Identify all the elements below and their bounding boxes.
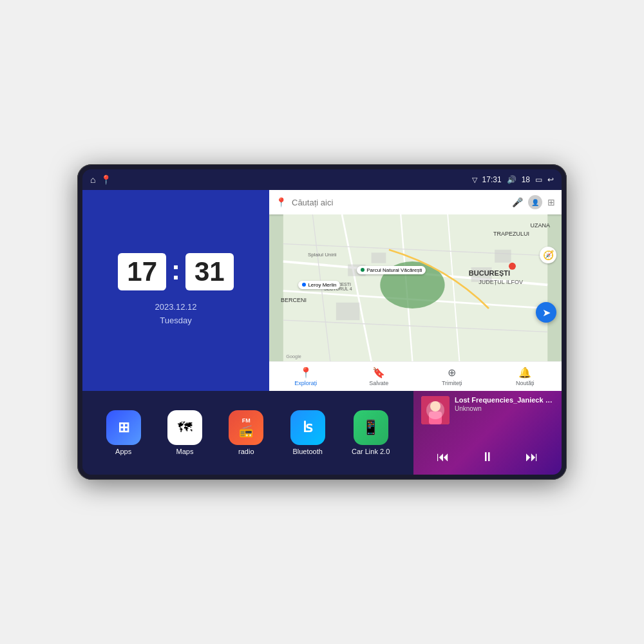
map-bottom-nav: 📍 Explorați 🔖 Salvate ⊕ Trimiteți 🔔 bbox=[269, 361, 562, 391]
music-thumbnail bbox=[421, 396, 450, 424]
map-nav-news[interactable]: 🔔 Noutăți bbox=[489, 366, 562, 386]
clock-separator: : bbox=[171, 255, 180, 286]
clock-display: 17 : 31 bbox=[118, 253, 233, 290]
apps-row: ⊞ Apps 🗺 Maps FM 📻 bbox=[82, 391, 413, 475]
send-icon: ⊕ bbox=[448, 366, 456, 379]
music-info: Lost Frequencies_Janieck Devy-... Unknow… bbox=[421, 396, 554, 424]
svg-point-18 bbox=[430, 401, 440, 412]
music-panel: Lost Frequencies_Janieck Devy-... Unknow… bbox=[413, 391, 562, 475]
top-section: 17 : 31 2023.12.12 Tuesday 📍 🎤 bbox=[82, 190, 562, 391]
svg-rect-13 bbox=[495, 250, 511, 263]
music-artist: Unknown bbox=[455, 405, 554, 412]
app-item-radio[interactable]: FM 📻 radio bbox=[229, 410, 263, 455]
status-right: ▽ 17:31 🔊 18 ▭ ↩ bbox=[472, 175, 554, 184]
map-search-input[interactable] bbox=[292, 198, 507, 207]
svg-rect-11 bbox=[372, 252, 386, 263]
map-nav-send[interactable]: ⊕ Trimiteți bbox=[415, 366, 489, 386]
app-item-bluetooth[interactable]: ʪ Bluetooth bbox=[290, 410, 325, 455]
home-icon[interactable]: ⌂ bbox=[90, 175, 95, 185]
svg-point-15 bbox=[509, 263, 516, 270]
music-title: Lost Frequencies_Janieck Devy-... bbox=[455, 396, 554, 404]
svg-rect-19 bbox=[429, 412, 442, 424]
back-icon[interactable]: ↩ bbox=[547, 175, 554, 184]
svg-rect-14 bbox=[336, 303, 359, 320]
news-icon: 🔔 bbox=[518, 366, 531, 379]
next-button[interactable]: ⏭ bbox=[523, 447, 541, 467]
clock-panel: 17 : 31 2023.12.12 Tuesday bbox=[82, 190, 269, 391]
main-content: 17 : 31 2023.12.12 Tuesday 📍 🎤 bbox=[82, 190, 562, 475]
maps-label: Maps bbox=[176, 448, 194, 455]
map-mic-icon[interactable]: 🎤 bbox=[512, 197, 523, 207]
app-item-carlink[interactable]: 📱 Car Link 2.0 bbox=[352, 410, 390, 455]
saved-label: Salvate bbox=[369, 380, 388, 386]
bottom-section: ⊞ Apps 🗺 Maps FM 📻 bbox=[82, 391, 562, 475]
app-item-apps[interactable]: ⊞ Apps bbox=[106, 410, 141, 455]
explore-icon: 📍 bbox=[299, 366, 312, 379]
app-item-maps[interactable]: 🗺 Maps bbox=[167, 410, 202, 455]
map-panel: 📍 🎤 👤 ⊞ bbox=[269, 190, 562, 391]
battery-level: 18 bbox=[522, 175, 530, 184]
clock-day-value: Tuesday bbox=[155, 314, 196, 328]
carlink-icon: 📱 bbox=[354, 410, 388, 445]
map-navigate-button[interactable]: ➤ bbox=[536, 302, 556, 323]
radio-label: radio bbox=[238, 448, 254, 455]
map-grid-icon[interactable]: ⊞ bbox=[547, 197, 555, 207]
map-view[interactable]: Google BUCUREȘTI JUDEȚUL ILFOV BERCENI T… bbox=[269, 214, 562, 361]
apps-icon: ⊞ bbox=[106, 410, 141, 445]
status-left: ⌂ 📍 bbox=[90, 175, 111, 185]
explore-label: Explorați bbox=[294, 380, 317, 386]
clock-date: 2023.12.12 Tuesday bbox=[155, 301, 196, 328]
svg-text:Google: Google bbox=[286, 354, 301, 359]
bluetooth-label: Bluetooth bbox=[292, 448, 322, 455]
map-search-bar: 📍 🎤 👤 ⊞ bbox=[269, 190, 562, 214]
maps-icon: 🗺 bbox=[167, 410, 202, 445]
map-nav-explore[interactable]: 📍 Explorați bbox=[269, 366, 343, 386]
clock-hours: 17 bbox=[118, 253, 166, 290]
map-search-pin-icon: 📍 bbox=[276, 197, 287, 207]
music-text: Lost Frequencies_Janieck Devy-... Unknow… bbox=[455, 396, 554, 412]
bluetooth-icon: ʪ bbox=[290, 410, 325, 445]
clock-date-value: 2023.12.12 bbox=[155, 301, 196, 314]
news-label: Noutăți bbox=[516, 380, 535, 386]
apps-label: Apps bbox=[115, 448, 131, 455]
prev-button[interactable]: ⏮ bbox=[434, 447, 452, 467]
album-art-svg bbox=[421, 396, 450, 424]
svg-rect-10 bbox=[348, 265, 365, 276]
signal-icon: ▽ bbox=[472, 176, 477, 184]
play-pause-button[interactable]: ⏸ bbox=[478, 447, 497, 467]
radio-icon-wrap: FM 📻 bbox=[229, 410, 263, 445]
maps-status-icon[interactable]: 📍 bbox=[100, 175, 111, 185]
device-screen: ⌂ 📍 ▽ 17:31 🔊 18 ▭ ↩ 17 : bbox=[82, 169, 562, 475]
status-time: 17:31 bbox=[482, 175, 502, 184]
volume-icon: 🔊 bbox=[507, 175, 516, 184]
map-svg: Google bbox=[269, 214, 562, 361]
clock-minutes: 31 bbox=[185, 253, 234, 290]
svg-rect-12 bbox=[471, 267, 492, 282]
map-compass-button[interactable]: 🧭 bbox=[540, 247, 556, 263]
carlink-label: Car Link 2.0 bbox=[352, 448, 390, 455]
music-controls: ⏮ ⏸ ⏭ bbox=[421, 447, 554, 469]
send-label: Trimiteți bbox=[442, 380, 462, 386]
status-bar: ⌂ 📍 ▽ 17:31 🔊 18 ▭ ↩ bbox=[82, 169, 562, 190]
battery-icon: ▭ bbox=[535, 175, 542, 184]
saved-icon: 🔖 bbox=[372, 366, 385, 379]
map-avatar[interactable]: 👤 bbox=[528, 195, 542, 209]
map-nav-saved[interactable]: 🔖 Salvate bbox=[343, 366, 416, 386]
car-infotainment-device: ⌂ 📍 ▽ 17:31 🔊 18 ▭ ↩ 17 : bbox=[77, 164, 567, 480]
